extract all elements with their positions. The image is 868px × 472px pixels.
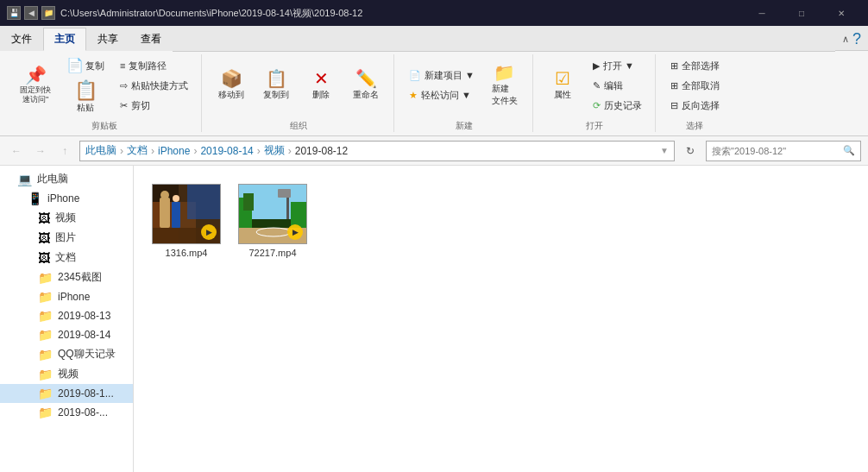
copy-path-button[interactable]: ≡ 复制路径 <box>114 57 194 75</box>
cut-icon: ✂ <box>120 100 128 111</box>
sidebar-item-2345[interactable]: 📁 2345截图 <box>0 267 133 287</box>
sidebar-item-qq[interactable]: 📁 QQ聊天记录 <box>0 344 133 364</box>
select-all-label: 全部选择 <box>682 60 720 72</box>
rename-label: 重命名 <box>353 89 379 101</box>
copy-to-button[interactable]: 📋 复制到 <box>255 66 297 105</box>
easy-access-icon: ★ <box>409 90 418 101</box>
easy-access-button[interactable]: ★ 轻松访问 ▼ <box>403 86 481 104</box>
svg-point-6 <box>173 195 179 202</box>
up-button[interactable]: ↑ <box>55 142 74 160</box>
cut-button[interactable]: ✂ 剪切 <box>114 97 194 115</box>
sidebar-label-0812a: 2019-08-1... <box>58 387 114 400</box>
file-thumb-1316: ▶ <box>152 184 221 244</box>
file-name-72217: 72217.mp4 <box>248 248 296 258</box>
clipboard-items: 📌 固定到快速访问" 📄 复制 📋 粘贴 ≡ 复 <box>14 54 194 116</box>
breadcrumb[interactable]: 此电脑 › 文档 › iPhone › 2019-08-14 › 视频 › 20… <box>79 141 675 161</box>
edit-label: 编辑 <box>604 79 623 92</box>
copy-label: 复制 <box>85 60 104 72</box>
new-item-button[interactable]: 📄 新建项目 ▼ <box>403 66 481 85</box>
svg-rect-5 <box>172 202 180 228</box>
properties-button[interactable]: ☑ 属性 <box>542 66 583 105</box>
refresh-button[interactable]: ↻ <box>680 141 701 161</box>
edit-button[interactable]: ✎ 编辑 <box>587 77 648 95</box>
history-button[interactable]: ⟳ 历史记录 <box>587 97 648 115</box>
invert-icon: ⊟ <box>670 100 678 111</box>
sidebar-label-iphone: iPhone <box>47 192 79 205</box>
close-button[interactable]: ✕ <box>821 0 861 26</box>
tab-share[interactable]: 共享 <box>86 28 129 51</box>
back-button[interactable]: ← <box>7 142 26 160</box>
open-label: 打开 ▼ <box>603 60 634 72</box>
open-button[interactable]: ▶ 打开 ▼ <box>587 57 648 75</box>
maximize-button[interactable]: □ <box>782 0 821 26</box>
sidebar-item-0813[interactable]: 📁 2019-08-13 <box>0 306 133 325</box>
sidebar-label-0812b: 2019-08-... <box>58 406 108 419</box>
bc-thispc[interactable]: 此电脑 <box>85 143 116 158</box>
select-items: ⊞ 全部选择 ⊞ 全部取消 ⊟ 反向选择 <box>664 54 726 116</box>
search-input[interactable] <box>712 146 840 156</box>
titlebar-left: 💾 ◀ 📁 C:\Users\Administrator\Documents\i… <box>7 6 362 20</box>
new-label: 新建 <box>456 120 473 132</box>
0813-icon: 📁 <box>38 309 53 323</box>
qq-icon: 📁 <box>38 348 53 362</box>
bc-date1[interactable]: 2019-08-14 <box>200 145 253 157</box>
tab-view[interactable]: 查看 <box>129 28 173 51</box>
ribbon-help-icon[interactable]: ? <box>852 30 861 48</box>
sidebar-item-video1[interactable]: 🖼 视频 <box>0 208 133 228</box>
bc-iphone[interactable]: iPhone <box>158 145 190 157</box>
tab-home[interactable]: 主页 <box>43 28 86 51</box>
bc-video[interactable]: 视频 <box>264 143 285 158</box>
invert-select-button[interactable]: ⊟ 反向选择 <box>664 97 726 115</box>
minimize-button[interactable]: ─ <box>742 0 782 26</box>
sidebar-item-0812b[interactable]: 📁 2019-08-... <box>0 403 133 422</box>
sidebar-item-video2[interactable]: 📁 视频 <box>0 364 133 384</box>
copy-button[interactable]: 📄 复制 <box>60 54 110 77</box>
edit-icon: ✎ <box>593 80 601 91</box>
file-item-1316[interactable]: ▶ 1316.mp4 <box>148 179 225 262</box>
search-box: 🔍 <box>706 141 861 161</box>
sidebar-label-video1: 视频 <box>55 211 76 225</box>
sidebar-label-0814: 2019-08-14 <box>58 329 110 341</box>
2345-icon: 📁 <box>38 271 53 285</box>
copy-to-icon: 📋 <box>266 70 287 87</box>
new-folder-button[interactable]: 📁 新建文件夹 <box>484 60 525 111</box>
sidebar-item-iphone[interactable]: 📱 iPhone <box>0 189 133 208</box>
pin-button[interactable]: 📌 固定到快速访问" <box>14 62 57 109</box>
tab-file[interactable]: 文件 <box>0 28 43 51</box>
sidebar-item-docs[interactable]: 🖼 文档 <box>0 248 133 267</box>
delete-button[interactable]: ✕ 删除 <box>300 66 342 105</box>
ribbon-group-select: ⊞ 全部选择 ⊞ 全部取消 ⊟ 反向选择 选择 <box>657 54 733 132</box>
sidebar-item-iphonefolder[interactable]: 📁 iPhone <box>0 287 133 306</box>
ribbon-group-open: ☑ 属性 ▶ 打开 ▼ ✎ 编辑 ⟳ 历史记录 <box>535 54 656 132</box>
file-item-72217[interactable]: ▶ 72217.mp4 <box>234 179 311 262</box>
0812b-icon: 📁 <box>38 406 53 419</box>
select-all-button[interactable]: ⊞ 全部选择 <box>664 57 726 75</box>
sidebar-item-photo[interactable]: 🖼 图片 <box>0 228 133 248</box>
svg-rect-12 <box>243 193 254 211</box>
sidebar-item-0812a[interactable]: 📁 2019-08-1... <box>0 384 133 403</box>
paste-shortcut-icon: ⇨ <box>120 80 128 91</box>
rename-button[interactable]: ✏️ 重命名 <box>345 66 387 105</box>
ribbon-collapse-icon[interactable]: ∧ <box>842 34 849 45</box>
sidebar-item-thispc[interactable]: 💻 此电脑 <box>0 169 133 189</box>
back-icon[interactable]: ◀ <box>24 6 38 20</box>
paste-button[interactable]: 📋 粘贴 <box>60 79 110 116</box>
deselect-all-button[interactable]: ⊞ 全部取消 <box>664 77 726 95</box>
sidebar-item-0814[interactable]: 📁 2019-08-14 <box>0 325 133 344</box>
move-label: 移动到 <box>218 89 244 101</box>
folder-icon[interactable]: 📁 <box>41 6 55 20</box>
new-item-label: 新建项目 ▼ <box>425 69 475 82</box>
save-icon[interactable]: 💾 <box>7 6 21 20</box>
paste-icon: 📋 <box>74 81 97 100</box>
bc-docs[interactable]: 文档 <box>127 143 148 158</box>
thispc-icon: 💻 <box>17 173 32 186</box>
sidebar-label-2345: 2345截图 <box>58 270 102 285</box>
open-items: ☑ 属性 ▶ 打开 ▼ ✎ 编辑 ⟳ 历史记录 <box>542 54 648 116</box>
ribbon: 文件 主页 共享 查看 ∧ ? 📌 固定到快速访问" 📄 复制 <box>0 26 868 136</box>
breadcrumb-expand[interactable]: ▼ <box>660 146 669 155</box>
move-to-button[interactable]: 📦 移动到 <box>211 66 252 105</box>
paste-shortcut-button[interactable]: ⇨ 粘贴快捷方式 <box>114 77 194 95</box>
search-icon: 🔍 <box>843 145 855 156</box>
forward-button[interactable]: → <box>31 142 50 160</box>
organize-label: 组织 <box>290 120 307 132</box>
